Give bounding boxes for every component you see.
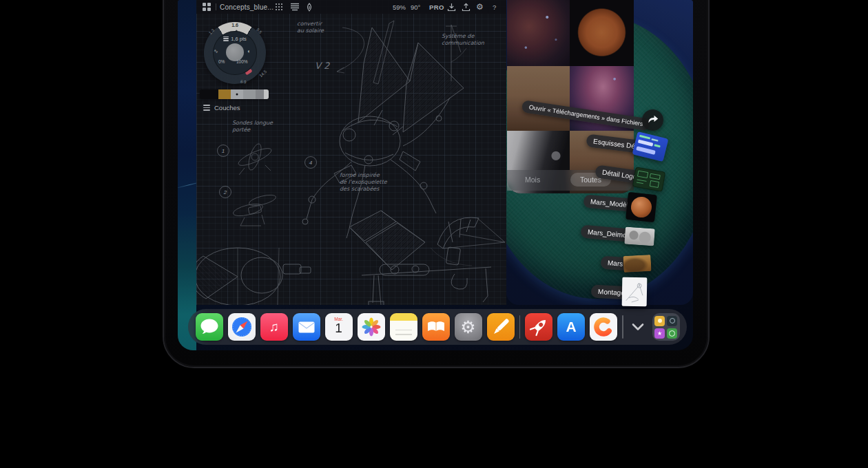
music-note-icon: ♫ <box>269 319 278 334</box>
dock-icon-books[interactable] <box>422 313 450 341</box>
annotation-probes: Sondes longue portée <box>232 120 273 134</box>
photo-thumbnail-mars-globe[interactable] <box>570 0 634 66</box>
gear-icon: ⚙ <box>460 319 475 336</box>
palette-swatch[interactable] <box>218 89 231 99</box>
palette-swatch[interactable] <box>256 89 264 99</box>
dock-divider <box>622 315 623 339</box>
dock-icon-photos[interactable] <box>358 313 385 341</box>
opacity-min: 0% <box>218 59 225 64</box>
dock-icon-notes[interactable] <box>390 313 417 341</box>
dock-icon-rocket[interactable] <box>525 313 552 341</box>
mini-app-clock-icon <box>667 328 677 339</box>
palette-swatch[interactable] <box>264 89 269 99</box>
drag-thumb-mars-landscape[interactable] <box>623 255 651 273</box>
zoom-level[interactable]: 59% <box>393 0 406 14</box>
line-weight-icon <box>223 36 229 42</box>
chat-bubble-icon <box>196 313 223 341</box>
layers-button[interactable]: Couches <box>203 104 240 111</box>
app-store-letter: A <box>566 319 576 335</box>
screenshot-root: convertir au solaire Système de communic… <box>0 0 868 468</box>
concepts-swirl-icon <box>592 315 615 339</box>
ipad-screen: convertir au solaire Système de communic… <box>178 0 693 350</box>
dock-chevron-button[interactable] <box>628 313 648 341</box>
dock-icon-messages[interactable] <box>196 313 223 341</box>
pen-nib-icon[interactable] <box>305 0 313 14</box>
drag-thumb-deimos[interactable] <box>624 227 655 246</box>
brush-layers-icon[interactable] <box>290 0 300 14</box>
annotation-shape: forme inspirée de l'exosquelette des sca… <box>340 172 387 193</box>
dock-icon-calendar[interactable]: Mar. 1 <box>325 313 353 341</box>
document-title[interactable]: Concepts_blue... <box>220 0 273 14</box>
wallpaper-left-strip <box>178 0 196 350</box>
stroke-width-readout: 1,6 pts <box>204 36 266 42</box>
smoothing-icon[interactable]: ∿ <box>214 48 218 54</box>
toolbar-divider <box>216 3 216 10</box>
calendar-day: 1 <box>335 321 342 334</box>
annotation-version: V 2 <box>315 61 329 72</box>
dock-icon-settings[interactable]: ⚙ <box>455 313 482 341</box>
compass-icon <box>228 313 256 341</box>
chevron-down-icon <box>630 323 645 331</box>
envelope-icon <box>298 321 315 333</box>
annotation-solar: convertir au solaire <box>297 21 324 34</box>
concepts-toolbar: Concepts_blue... 59% <box>196 0 506 14</box>
tab-months[interactable]: Mois <box>525 176 540 184</box>
mini-app-camera-icon <box>667 316 677 326</box>
concepts-app: convertir au solaire Système de communic… <box>196 0 506 305</box>
dock-divider <box>519 315 521 339</box>
dock: ♫ Mar. 1 <box>188 309 687 345</box>
rotation-angle[interactable]: 90° <box>411 0 420 14</box>
photos-flower-icon <box>361 317 382 337</box>
dock-icon-mail[interactable] <box>293 313 320 341</box>
open-book-icon <box>427 321 445 333</box>
settings-gear-icon[interactable]: ⚙ <box>476 0 484 14</box>
help-button[interactable]: ? <box>493 0 496 14</box>
palette-swatch[interactable] <box>200 89 218 99</box>
layers-icon <box>203 105 210 111</box>
opacity-icon[interactable]: ◐ <box>247 48 251 54</box>
precision-grid-icon[interactable] <box>275 0 283 14</box>
photo-thumbnail-nebula[interactable] <box>507 0 570 66</box>
pro-badge[interactable]: PRO <box>429 0 444 14</box>
drag-thumb-montage[interactable] <box>622 277 648 307</box>
active-tool-size: 1.6 <box>204 23 266 28</box>
mini-app-star-icon: ★ <box>654 328 665 339</box>
layers-label: Couches <box>214 104 240 111</box>
color-palette[interactable] <box>200 89 269 99</box>
dock-icon-safari[interactable] <box>228 313 256 341</box>
mini-app-lightbulb-icon <box>654 316 665 326</box>
share-forward-button[interactable] <box>642 109 663 131</box>
rocket-icon <box>525 313 552 341</box>
pen-icon <box>487 313 515 341</box>
app-menu-grid-icon[interactable] <box>203 0 211 14</box>
dock-icon-concepts[interactable] <box>590 313 617 341</box>
opacity-max: 100% <box>236 59 248 64</box>
photos-panel: Mois Toutes <box>507 0 634 193</box>
annotation-comms: Système de communication <box>442 33 484 47</box>
tool-wheel[interactable]: 1.6 1.3 5.5 14.5 6.9 1,6 pts <box>204 22 266 84</box>
dock-app-library[interactable]: ★ <box>652 313 680 341</box>
forward-arrow-icon <box>647 115 659 125</box>
dock-icon-music[interactable]: ♫ <box>260 313 288 341</box>
annotation-number-4: 4 <box>304 156 317 169</box>
import-icon[interactable] <box>447 0 456 14</box>
annotation-number-1: 1 <box>217 145 229 157</box>
dock-icon-sketch-pen[interactable] <box>487 313 515 341</box>
photo-thumbnail-mars-surface[interactable] <box>507 66 570 131</box>
tool-tick-4[interactable]: 6.9 <box>240 79 247 84</box>
export-share-icon[interactable] <box>462 0 471 14</box>
dock-icon-app-store[interactable]: A <box>557 313 585 341</box>
annotation-number-2: 2 <box>219 186 231 198</box>
palette-swatch[interactable] <box>243 89 256 99</box>
drag-thumb-mars-globe[interactable] <box>626 192 657 222</box>
palette-swatch-selected[interactable] <box>231 89 243 99</box>
